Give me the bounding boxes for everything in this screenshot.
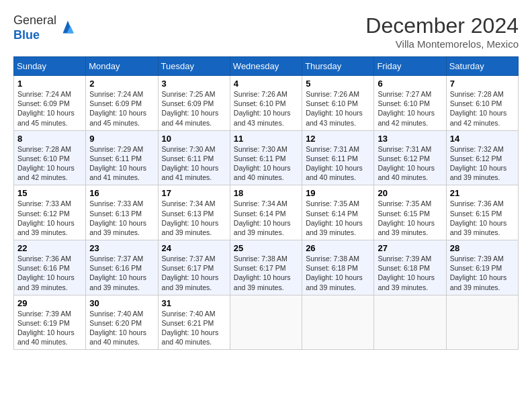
calendar-day-cell bbox=[302, 295, 374, 350]
day-number: 3 bbox=[162, 79, 226, 89]
day-info: Sunrise: 7:29 AM Sunset: 6:11 PM Dayligh… bbox=[89, 145, 146, 182]
day-number: 23 bbox=[89, 243, 154, 253]
calendar-day-cell bbox=[230, 295, 302, 350]
day-info: Sunrise: 7:38 AM Sunset: 6:17 PM Dayligh… bbox=[234, 255, 291, 291]
day-number: 17 bbox=[162, 188, 226, 198]
day-number: 2 bbox=[89, 79, 154, 89]
day-info: Sunrise: 7:39 AM Sunset: 6:19 PM Dayligh… bbox=[17, 310, 75, 347]
day-number: 7 bbox=[450, 79, 515, 89]
day-info: Sunrise: 7:31 AM Sunset: 6:11 PM Dayligh… bbox=[306, 145, 363, 182]
day-number: 28 bbox=[450, 243, 515, 253]
day-info: Sunrise: 7:40 AM Sunset: 6:21 PM Dayligh… bbox=[162, 310, 219, 347]
weekday-header: Sunday bbox=[14, 57, 86, 76]
day-info: Sunrise: 7:24 AM Sunset: 6:09 PM Dayligh… bbox=[89, 90, 146, 127]
calendar-week-row: 1Sunrise: 7:24 AM Sunset: 6:09 PM Daylig… bbox=[14, 76, 519, 131]
calendar-day-cell bbox=[374, 295, 446, 350]
day-number: 18 bbox=[234, 188, 298, 198]
weekday-header: Saturday bbox=[446, 57, 518, 76]
location: Villa Montemorelos, Mexico bbox=[365, 38, 519, 50]
day-number: 11 bbox=[234, 134, 298, 144]
day-number: 29 bbox=[17, 298, 82, 308]
calendar-day-cell: 28Sunrise: 7:39 AM Sunset: 6:19 PM Dayli… bbox=[446, 240, 518, 295]
day-number: 24 bbox=[162, 243, 226, 253]
day-number: 27 bbox=[378, 243, 442, 253]
day-info: Sunrise: 7:28 AM Sunset: 6:10 PM Dayligh… bbox=[450, 90, 507, 127]
calendar-day-cell: 2Sunrise: 7:24 AM Sunset: 6:09 PM Daylig… bbox=[86, 76, 158, 131]
page-header: General Blue December 2024 Villa Montemo… bbox=[13, 13, 519, 50]
day-number: 5 bbox=[306, 79, 370, 89]
day-info: Sunrise: 7:28 AM Sunset: 6:10 PM Dayligh… bbox=[17, 145, 75, 182]
day-number: 19 bbox=[306, 188, 370, 198]
day-number: 14 bbox=[450, 134, 515, 144]
day-number: 12 bbox=[306, 134, 370, 144]
calendar-day-cell bbox=[446, 295, 518, 350]
weekday-header-row: SundayMondayTuesdayWednesdayThursdayFrid… bbox=[14, 57, 519, 76]
day-number: 25 bbox=[234, 243, 298, 253]
weekday-header: Friday bbox=[374, 57, 446, 76]
calendar-day-cell: 24Sunrise: 7:37 AM Sunset: 6:17 PM Dayli… bbox=[158, 240, 230, 295]
day-number: 10 bbox=[162, 134, 226, 144]
day-info: Sunrise: 7:31 AM Sunset: 6:12 PM Dayligh… bbox=[378, 145, 435, 182]
calendar-day-cell: 4Sunrise: 7:26 AM Sunset: 6:10 PM Daylig… bbox=[230, 76, 302, 131]
calendar-day-cell: 26Sunrise: 7:38 AM Sunset: 6:18 PM Dayli… bbox=[302, 240, 374, 295]
day-info: Sunrise: 7:34 AM Sunset: 6:14 PM Dayligh… bbox=[234, 199, 291, 236]
day-number: 15 bbox=[17, 188, 82, 198]
day-info: Sunrise: 7:36 AM Sunset: 6:16 PM Dayligh… bbox=[17, 255, 75, 291]
day-number: 31 bbox=[162, 298, 226, 308]
calendar-day-cell: 13Sunrise: 7:31 AM Sunset: 6:12 PM Dayli… bbox=[374, 130, 446, 185]
calendar-day-cell: 6Sunrise: 7:27 AM Sunset: 6:10 PM Daylig… bbox=[374, 76, 446, 131]
day-info: Sunrise: 7:39 AM Sunset: 6:18 PM Dayligh… bbox=[378, 255, 435, 291]
day-number: 20 bbox=[378, 188, 442, 198]
day-info: Sunrise: 7:38 AM Sunset: 6:18 PM Dayligh… bbox=[306, 255, 363, 291]
day-number: 22 bbox=[17, 243, 82, 253]
day-info: Sunrise: 7:36 AM Sunset: 6:15 PM Dayligh… bbox=[450, 199, 507, 236]
calendar-day-cell: 21Sunrise: 7:36 AM Sunset: 6:15 PM Dayli… bbox=[446, 185, 518, 240]
day-info: Sunrise: 7:27 AM Sunset: 6:10 PM Dayligh… bbox=[378, 90, 435, 127]
day-info: Sunrise: 7:37 AM Sunset: 6:16 PM Dayligh… bbox=[89, 255, 146, 291]
calendar-day-cell: 15Sunrise: 7:33 AM Sunset: 6:12 PM Dayli… bbox=[14, 185, 86, 240]
logo-general: General bbox=[13, 13, 56, 27]
day-number: 9 bbox=[89, 134, 154, 144]
logo: General Blue bbox=[13, 13, 78, 42]
calendar-day-cell: 22Sunrise: 7:36 AM Sunset: 6:16 PM Dayli… bbox=[14, 240, 86, 295]
day-info: Sunrise: 7:25 AM Sunset: 6:09 PM Dayligh… bbox=[162, 90, 219, 127]
calendar-day-cell: 17Sunrise: 7:34 AM Sunset: 6:13 PM Dayli… bbox=[158, 185, 230, 240]
calendar-day-cell: 7Sunrise: 7:28 AM Sunset: 6:10 PM Daylig… bbox=[446, 76, 518, 131]
calendar-day-cell: 16Sunrise: 7:33 AM Sunset: 6:13 PM Dayli… bbox=[86, 185, 158, 240]
calendar-day-cell: 18Sunrise: 7:34 AM Sunset: 6:14 PM Dayli… bbox=[230, 185, 302, 240]
day-info: Sunrise: 7:26 AM Sunset: 6:10 PM Dayligh… bbox=[306, 90, 363, 127]
day-info: Sunrise: 7:30 AM Sunset: 6:11 PM Dayligh… bbox=[234, 145, 291, 182]
calendar-day-cell: 9Sunrise: 7:29 AM Sunset: 6:11 PM Daylig… bbox=[86, 130, 158, 185]
calendar-day-cell: 19Sunrise: 7:35 AM Sunset: 6:14 PM Dayli… bbox=[302, 185, 374, 240]
calendar-day-cell: 29Sunrise: 7:39 AM Sunset: 6:19 PM Dayli… bbox=[14, 295, 86, 350]
day-info: Sunrise: 7:32 AM Sunset: 6:12 PM Dayligh… bbox=[450, 145, 507, 182]
calendar-day-cell: 30Sunrise: 7:40 AM Sunset: 6:20 PM Dayli… bbox=[86, 295, 158, 350]
calendar-table: SundayMondayTuesdayWednesdayThursdayFrid… bbox=[13, 56, 519, 350]
calendar-day-cell: 10Sunrise: 7:30 AM Sunset: 6:11 PM Dayli… bbox=[158, 130, 230, 185]
calendar-week-row: 29Sunrise: 7:39 AM Sunset: 6:19 PM Dayli… bbox=[14, 295, 519, 350]
day-info: Sunrise: 7:33 AM Sunset: 6:13 PM Dayligh… bbox=[89, 199, 146, 236]
day-number: 26 bbox=[306, 243, 370, 253]
day-info: Sunrise: 7:26 AM Sunset: 6:10 PM Dayligh… bbox=[234, 90, 291, 127]
calendar-day-cell: 14Sunrise: 7:32 AM Sunset: 6:12 PM Dayli… bbox=[446, 130, 518, 185]
day-number: 1 bbox=[17, 79, 82, 89]
calendar-day-cell: 20Sunrise: 7:35 AM Sunset: 6:15 PM Dayli… bbox=[374, 185, 446, 240]
weekday-header: Thursday bbox=[302, 57, 374, 76]
calendar-week-row: 22Sunrise: 7:36 AM Sunset: 6:16 PM Dayli… bbox=[14, 240, 519, 295]
calendar-day-cell: 5Sunrise: 7:26 AM Sunset: 6:10 PM Daylig… bbox=[302, 76, 374, 131]
day-info: Sunrise: 7:24 AM Sunset: 6:09 PM Dayligh… bbox=[17, 90, 75, 127]
day-info: Sunrise: 7:40 AM Sunset: 6:20 PM Dayligh… bbox=[89, 310, 146, 347]
calendar-day-cell: 3Sunrise: 7:25 AM Sunset: 6:09 PM Daylig… bbox=[158, 76, 230, 131]
calendar-day-cell: 1Sunrise: 7:24 AM Sunset: 6:09 PM Daylig… bbox=[14, 76, 86, 131]
day-info: Sunrise: 7:30 AM Sunset: 6:11 PM Dayligh… bbox=[162, 145, 219, 182]
weekday-header: Wednesday bbox=[230, 57, 302, 76]
day-info: Sunrise: 7:39 AM Sunset: 6:19 PM Dayligh… bbox=[450, 255, 507, 291]
weekday-header: Tuesday bbox=[158, 57, 230, 76]
calendar-day-cell: 12Sunrise: 7:31 AM Sunset: 6:11 PM Dayli… bbox=[302, 130, 374, 185]
day-number: 4 bbox=[234, 79, 298, 89]
day-number: 21 bbox=[450, 188, 515, 198]
calendar-day-cell: 25Sunrise: 7:38 AM Sunset: 6:17 PM Dayli… bbox=[230, 240, 302, 295]
day-number: 8 bbox=[17, 134, 82, 144]
day-number: 13 bbox=[378, 134, 442, 144]
logo-blue: Blue bbox=[13, 28, 40, 42]
